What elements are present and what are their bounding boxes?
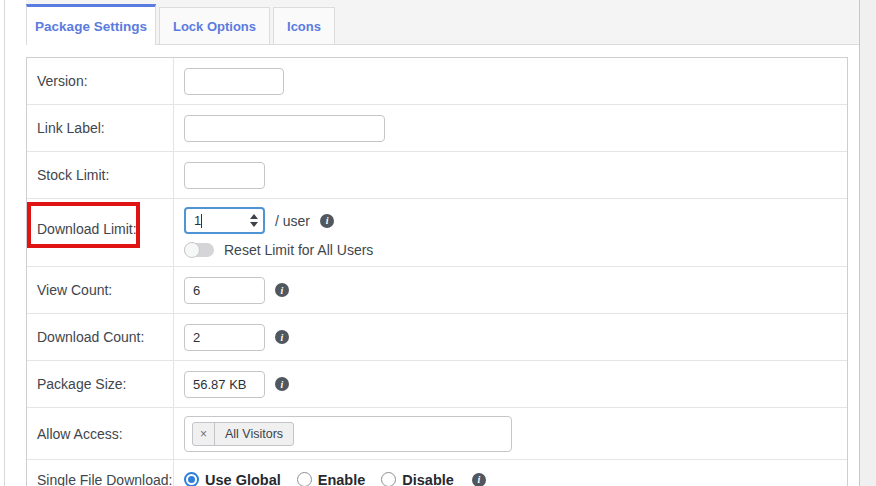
package-settings-form: Version: Link Label: Stock Limit: Downlo…: [26, 57, 848, 486]
allow-access-field[interactable]: × All Visitors: [184, 416, 512, 452]
info-icon[interactable]: i: [275, 330, 289, 344]
view-count-input[interactable]: [184, 277, 265, 304]
radio-option-enable[interactable]: Enable: [297, 472, 366, 486]
row-download-limit: Download Limit: 1 / user i Re: [27, 198, 847, 266]
stock-limit-input[interactable]: [184, 162, 265, 189]
radio-label: Disable: [402, 472, 454, 486]
allow-access-label: Allow Access:: [27, 408, 174, 459]
version-input[interactable]: [184, 68, 284, 95]
remove-tag-button[interactable]: ×: [193, 423, 215, 445]
spinner-down-icon[interactable]: [250, 222, 258, 227]
row-version: Version:: [27, 58, 847, 104]
highlight-annotation: [27, 202, 140, 248]
single-file-download-label: Single File Download:: [27, 460, 174, 486]
tab-bar: Package Settings Lock Options Icons: [26, 0, 859, 45]
allow-access-tag-label: All Visitors: [215, 423, 293, 445]
allow-access-tag: × All Visitors: [192, 422, 294, 446]
stock-limit-label: Stock Limit:: [27, 152, 174, 198]
radio-label: Use Global: [205, 472, 281, 486]
row-allow-access: Allow Access: × All Visitors: [27, 407, 847, 459]
panel-edge-divider: [4, 0, 5, 486]
info-icon[interactable]: i: [275, 283, 289, 297]
link-label-label: Link Label:: [27, 105, 174, 151]
info-icon[interactable]: i: [320, 214, 334, 228]
text-caret: [201, 214, 202, 228]
download-count-label: Download Count:: [27, 314, 174, 360]
row-link-label: Link Label:: [27, 104, 847, 151]
tab-lock-options[interactable]: Lock Options: [159, 7, 270, 44]
reset-limit-toggle-label: Reset Limit for All Users: [224, 242, 373, 258]
package-size-input[interactable]: [184, 371, 265, 398]
radio-option-disable[interactable]: Disable: [381, 472, 454, 486]
row-download-count: Download Count: i: [27, 313, 847, 360]
link-label-input[interactable]: [184, 115, 385, 142]
download-count-input[interactable]: [184, 324, 265, 351]
tab-package-settings[interactable]: Package Settings: [26, 4, 156, 45]
per-user-unit-label: / user: [275, 213, 310, 229]
radio-label: Enable: [318, 472, 366, 486]
info-icon[interactable]: i: [472, 473, 486, 486]
number-spinner[interactable]: [250, 214, 258, 227]
right-gutter: [859, 0, 876, 486]
reset-limit-toggle[interactable]: [184, 243, 214, 257]
row-view-count: View Count: i: [27, 266, 847, 313]
row-single-file-download: Single File Download: Use Global Enable …: [27, 459, 847, 486]
radio-selected-icon[interactable]: [184, 472, 199, 486]
radio-icon[interactable]: [381, 472, 396, 486]
radio-icon[interactable]: [297, 472, 312, 486]
info-icon[interactable]: i: [275, 377, 289, 391]
download-limit-value: 1: [194, 213, 201, 228]
spinner-up-icon[interactable]: [250, 214, 258, 219]
version-label: Version:: [27, 58, 174, 104]
radio-option-use-global[interactable]: Use Global: [184, 472, 281, 486]
download-limit-input[interactable]: 1: [184, 207, 265, 234]
package-size-label: Package Size:: [27, 361, 174, 407]
toggle-knob: [184, 242, 200, 258]
tab-icons[interactable]: Icons: [273, 7, 335, 44]
view-count-label: View Count:: [27, 267, 174, 313]
row-stock-limit: Stock Limit:: [27, 151, 847, 198]
row-package-size: Package Size: i: [27, 360, 847, 407]
